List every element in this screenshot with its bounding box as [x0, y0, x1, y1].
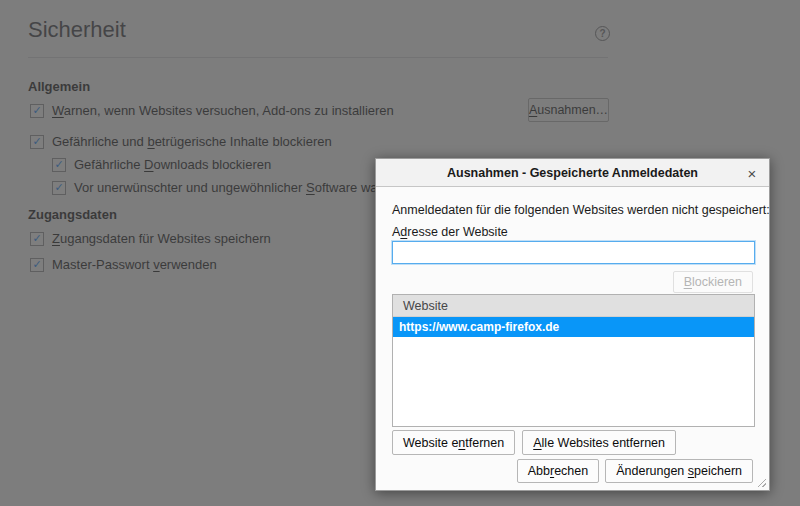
resize-grip[interactable]: [757, 478, 766, 487]
address-input[interactable]: [392, 241, 755, 264]
website-row-selected[interactable]: https://www.camp-firefox.de: [393, 317, 754, 337]
save-changes-button[interactable]: Änderungen speichern: [605, 459, 753, 483]
exceptions-dialog: Ausnahmen - Gespeicherte Anmeldedaten × …: [375, 158, 770, 491]
cancel-button[interactable]: Abbrechen: [517, 459, 599, 483]
remove-website-button-label: Website entfernen: [403, 436, 504, 450]
dialog-intro-text: Anmeldedaten für die folgenden Websites …: [392, 203, 770, 217]
block-button[interactable]: Blockieren: [673, 271, 753, 293]
save-changes-button-label: Änderungen speichern: [616, 464, 742, 478]
dialog-titlebar: Ausnahmen - Gespeicherte Anmeldedaten: [376, 159, 769, 187]
websites-listbox[interactable]: Website https://www.camp-firefox.de: [392, 294, 755, 427]
remove-all-websites-button-label: Alle Websites entfernen: [533, 436, 665, 450]
websites-column-header: Website: [393, 295, 754, 317]
close-icon[interactable]: ×: [744, 163, 760, 183]
block-button-label: Blockieren: [684, 275, 742, 289]
dialog-footer-buttons: Abbrechen Änderungen speichern: [517, 459, 753, 483]
address-label: Adresse der Website: [392, 225, 508, 239]
remove-all-websites-button[interactable]: Alle Websites entfernen: [522, 430, 676, 455]
cancel-button-label: Abbrechen: [528, 464, 588, 478]
dialog-title: Ausnahmen - Gespeicherte Anmeldedaten: [447, 166, 698, 180]
list-action-buttons: Website entfernen Alle Websites entferne…: [392, 430, 676, 455]
remove-website-button[interactable]: Website entfernen: [392, 430, 515, 455]
